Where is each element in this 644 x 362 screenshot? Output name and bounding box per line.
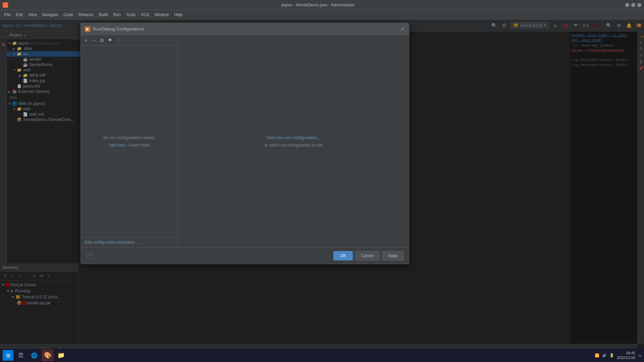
config-toolbar: + − ⧉ ⚑ ⋮: [81, 35, 178, 46]
menu-run[interactable]: Run: [111, 11, 123, 18]
add-config-detail-link[interactable]: Add new run configuration...: [266, 135, 321, 140]
taskbar-sound-icon: 🔊: [602, 353, 607, 358]
config-footer: Edit configuration templates...: [81, 237, 178, 247]
dialog-title-icon: ▶: [85, 26, 90, 32]
help-button[interactable]: ?: [86, 252, 94, 259]
run-debug-dialog: ▶ Run/Debug Configurations ✕ + − ⧉ ⚑ ⋮ N…: [80, 23, 409, 264]
add-new-hint: Insert: [129, 143, 139, 147]
taskbar-network-icon: 📶: [595, 353, 599, 358]
menu-help[interactable]: Help: [171, 11, 185, 18]
config-detail-panel: Add new run configuration... or select r…: [178, 35, 409, 247]
dialog-title: Run/Debug Configurations: [93, 26, 400, 32]
menu-refactor[interactable]: Refactor: [76, 11, 96, 18]
minimize-button[interactable]: [625, 3, 629, 7]
taskbar-app-explorer2[interactable]: 📁: [55, 349, 67, 361]
remove-config-button[interactable]: −: [90, 37, 98, 44]
dialog-close-button[interactable]: ✕: [400, 26, 405, 32]
add-config-button[interactable]: +: [82, 37, 90, 44]
menu-edit[interactable]: Edit: [13, 11, 25, 18]
taskbar-app-intellij[interactable]: 🎨: [42, 349, 54, 361]
menu-vcs[interactable]: VCS: [138, 11, 152, 18]
window-title: jiayou - ServletDemo.java - Administrato…: [11, 3, 625, 7]
menu-bar: File Edit View Navigate Code Refactor Bu…: [0, 10, 644, 19]
dialog-footer: ? OK Cancel Apply: [81, 247, 409, 264]
menu-tools[interactable]: Tools: [123, 11, 138, 18]
select-config-hint: or select run configuration to edit: [264, 143, 323, 147]
window-controls: [625, 3, 641, 7]
menu-view[interactable]: View: [25, 11, 40, 18]
taskbar-app-explorer[interactable]: ☰: [15, 349, 27, 361]
taskbar-right: 📶 🔊 🔋 18:45 2022/11/10 ▭: [595, 351, 641, 360]
menu-build[interactable]: Build: [96, 11, 111, 18]
menu-code[interactable]: Code: [61, 11, 76, 18]
config-content-empty: No run configurations added. Add new... …: [81, 46, 178, 237]
sort-config-button[interactable]: ⋮: [114, 37, 122, 44]
taskbar-battery-icon: 🔋: [609, 353, 614, 358]
taskbar: ⊞ ☰ 🌐 🎨 📁 📶 🔊 🔋 18:45 2022/11/10 ▭: [0, 349, 644, 362]
cancel-button[interactable]: Cancel: [356, 251, 379, 260]
dialog-buttons: OK Cancel Apply: [333, 251, 404, 260]
taskbar-time-value: 18:45: [617, 351, 635, 355]
menu-file[interactable]: File: [1, 11, 13, 18]
close-button[interactable]: [637, 3, 641, 7]
start-button[interactable]: ⊞: [3, 350, 13, 361]
add-new-container: Add new... Insert Insert: [109, 143, 150, 147]
ok-button[interactable]: OK: [333, 251, 353, 260]
config-list-panel: + − ⧉ ⚑ ⋮ No run configurations added. A…: [81, 35, 178, 247]
dialog-overlay: ▶ Run/Debug Configurations ✕ + − ⧉ ⚑ ⋮ N…: [0, 19, 644, 354]
flag-config-button[interactable]: ⚑: [106, 37, 114, 44]
no-configs-text: No run configurations added.: [103, 135, 155, 140]
apply-button[interactable]: Apply: [382, 251, 404, 260]
copy-config-button[interactable]: ⧉: [98, 37, 106, 44]
taskbar-date-value: 2022/11/10: [617, 355, 635, 360]
menu-navigate[interactable]: Navigate: [40, 11, 61, 18]
dialog-titlebar: ▶ Run/Debug Configurations ✕: [81, 23, 409, 35]
taskbar-app-chrome[interactable]: 🌐: [28, 349, 40, 361]
app-logo: [3, 2, 8, 8]
taskbar-show-desktop[interactable]: ▭: [638, 353, 641, 358]
menu-window[interactable]: Window: [152, 11, 172, 18]
title-bar: jiayou - ServletDemo.java - Administrato…: [0, 0, 644, 10]
maximize-button[interactable]: [631, 3, 635, 7]
edit-templates-link[interactable]: Edit configuration templates...: [85, 240, 138, 245]
insert-hint: Insert: [140, 143, 150, 147]
dialog-body: + − ⧉ ⚑ ⋮ No run configurations added. A…: [81, 35, 409, 247]
add-new-link[interactable]: Add new...: [109, 143, 127, 147]
taskbar-clock: 18:45 2022/11/10: [617, 351, 635, 360]
